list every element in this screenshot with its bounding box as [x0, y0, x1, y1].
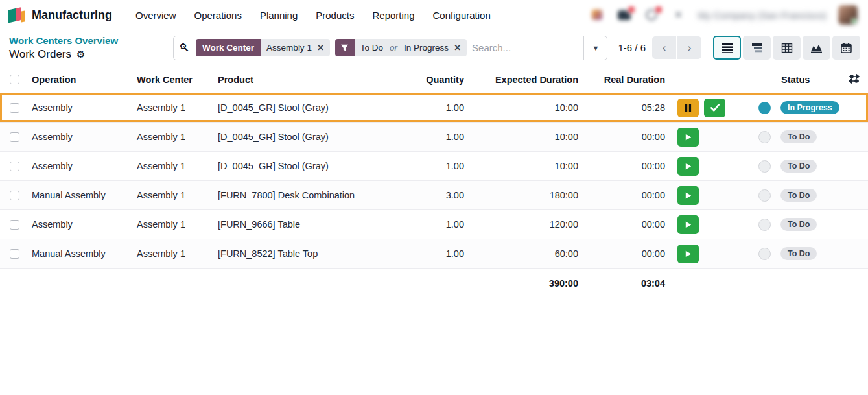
cell-quantity: 1.00 — [417, 248, 467, 259]
search-input[interactable] — [472, 42, 583, 53]
row-actions — [668, 245, 730, 263]
notifications-badge — [654, 5, 663, 14]
calendar-view-button[interactable] — [832, 36, 860, 60]
main-menu: Overview Operations Planning Products Re… — [129, 6, 497, 25]
systray: ✕ My Company (San Francisco) — [589, 5, 862, 25]
app-title: Manufacturing — [32, 8, 112, 22]
page-title: Work Orders — [9, 47, 71, 62]
table-row[interactable]: Assembly Assembly 1 [D_0045_GR] Stool (G… — [0, 123, 868, 152]
status-dot[interactable] — [758, 248, 771, 260]
column-header-product[interactable]: Product — [215, 75, 417, 85]
column-header-expected-duration[interactable]: Expected Duration — [467, 75, 581, 85]
row-checkbox[interactable] — [10, 191, 19, 200]
table-body: Assembly Assembly 1 [D_0045_GR] Stool (G… — [0, 93, 868, 269]
cell-operation: Assembly — [29, 161, 134, 171]
column-header-real-duration[interactable]: Real Duration — [581, 75, 668, 85]
status-dot[interactable] — [758, 219, 771, 231]
cell-expected-duration: 10:00 — [467, 132, 581, 142]
action-gear-icon[interactable]: ⚙ — [76, 47, 85, 62]
search-dropdown-toggle[interactable]: ▼ — [583, 36, 607, 60]
pager-range: 1-6 / 6 — [618, 42, 646, 53]
cell-work-center: Assembly 1 — [134, 161, 215, 171]
messages-icon[interactable] — [616, 8, 632, 22]
play-button[interactable] — [677, 186, 699, 205]
work-orders-list: Operation Work Center Product Quantity E… — [0, 66, 868, 298]
status-dot[interactable] — [758, 102, 771, 114]
breadcrumb: Work Centers Overview Work Orders ⚙ — [9, 34, 173, 62]
menu-reporting[interactable]: Reporting — [366, 6, 421, 25]
row-checkbox[interactable] — [10, 249, 19, 259]
cell-expected-duration: 10:00 — [467, 102, 581, 113]
facet-field-label: Work Center — [196, 39, 261, 56]
column-header-operation[interactable]: Operation — [29, 75, 134, 85]
play-button[interactable] — [677, 245, 699, 263]
pager-next-button[interactable]: › — [677, 36, 701, 59]
company-name[interactable]: My Company (San Francisco) — [698, 10, 827, 21]
user-avatar[interactable] — [838, 5, 858, 25]
pivot-view-button[interactable] — [773, 36, 801, 60]
list-view-button[interactable] — [713, 36, 741, 60]
cell-quantity: 1.00 — [417, 219, 467, 230]
cell-product: [FURN_8522] Table Top — [215, 248, 417, 259]
cell-operation: Assembly — [29, 219, 134, 230]
row-actions — [668, 186, 730, 205]
select-all-checkbox[interactable] — [10, 75, 19, 84]
cell-real-duration: 00:00 — [581, 161, 668, 171]
table-row[interactable]: Assembly Assembly 1 [FURN_9666] Table 1.… — [0, 210, 868, 239]
cell-real-duration: 00:00 — [581, 190, 668, 200]
activities-icon[interactable] — [589, 8, 605, 22]
cell-expected-duration: 180:00 — [467, 190, 581, 200]
column-header-quantity[interactable]: Quantity — [417, 75, 467, 85]
graph-view-button[interactable] — [803, 36, 830, 60]
table-row[interactable]: Manual Assembly Assembly 1 [FURN_7800] D… — [0, 181, 868, 210]
filter-join: or — [388, 43, 399, 53]
table-row[interactable]: Manual Assembly Assembly 1 [FURN_8522] T… — [0, 239, 868, 269]
breadcrumb-work-centers-overview[interactable]: Work Centers Overview — [9, 34, 173, 47]
pause-button[interactable] — [677, 99, 699, 117]
status-dot[interactable] — [758, 131, 771, 143]
kanban-view-button[interactable] — [743, 36, 771, 60]
cell-operation: Manual Assembly — [29, 248, 134, 259]
messages-badge — [627, 5, 636, 14]
cell-expected-duration: 120:00 — [467, 219, 581, 230]
play-button[interactable] — [677, 128, 699, 147]
cell-product: [D_0045_GR] Stool (Gray) — [215, 102, 417, 113]
menu-configuration[interactable]: Configuration — [427, 6, 497, 25]
status-dot[interactable] — [758, 160, 771, 173]
row-checkbox[interactable] — [10, 220, 19, 230]
table-row[interactable]: Assembly Assembly 1 [D_0045_GR] Stool (G… — [0, 152, 868, 181]
systray-extra-icon[interactable]: ✕ — [671, 8, 686, 22]
pager: 1-6 / 6 ‹ › — [618, 36, 701, 59]
cell-operation: Assembly — [29, 102, 134, 113]
filter-value-1: To Do — [360, 43, 383, 53]
remove-facet-icon[interactable]: ✕ — [317, 43, 324, 53]
menu-planning[interactable]: Planning — [253, 6, 304, 25]
play-button[interactable] — [677, 157, 699, 176]
optional-columns-icon[interactable] — [849, 74, 860, 86]
column-header-work-center[interactable]: Work Center — [134, 75, 215, 85]
filter-value-2: In Progress — [404, 43, 449, 53]
status-dot[interactable] — [758, 189, 771, 202]
menu-operations[interactable]: Operations — [188, 6, 248, 25]
row-checkbox[interactable] — [10, 132, 19, 142]
remove-filter-icon[interactable]: ✕ — [454, 43, 461, 53]
play-button[interactable] — [677, 215, 699, 234]
menu-products[interactable]: Products — [309, 6, 360, 25]
cell-real-duration: 05:28 — [581, 102, 668, 113]
check-button[interactable] — [704, 99, 725, 117]
notifications-icon[interactable] — [644, 8, 659, 22]
search-bar[interactable]: 🔍︎ Work Center Assembly 1 ✕ To Do or In … — [173, 36, 607, 60]
manufacturing-app-icon — [8, 6, 26, 23]
row-checkbox[interactable] — [10, 103, 19, 113]
filter-funnel-icon — [335, 39, 355, 56]
top-navbar: Manufacturing Overview Operations Planni… — [0, 0, 868, 30]
table-footer-row: 390:00 03:04 — [0, 269, 868, 298]
table-row[interactable]: Assembly Assembly 1 [D_0045_GR] Stool (G… — [0, 93, 868, 123]
pager-previous-button[interactable]: ‹ — [652, 36, 676, 59]
menu-overview[interactable]: Overview — [129, 6, 183, 25]
row-checkbox[interactable] — [10, 162, 19, 171]
cell-expected-duration: 10:00 — [467, 161, 581, 171]
app-menu-button[interactable]: Manufacturing — [8, 6, 112, 23]
view-switcher — [713, 36, 860, 60]
column-header-status[interactable]: Status — [730, 75, 840, 85]
